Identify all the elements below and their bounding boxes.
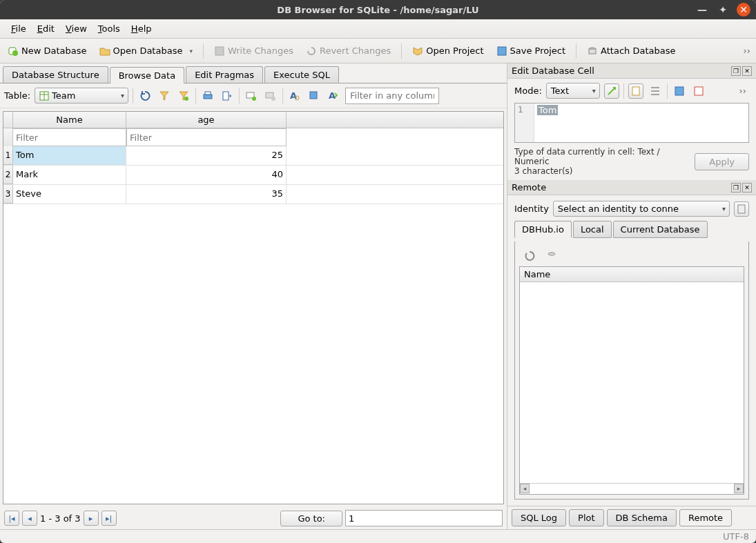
page-info: 1 - 3 of 3 [40, 513, 81, 524]
scrollbar[interactable] [530, 484, 734, 494]
funnel-plus-icon [178, 90, 189, 101]
column-filter-input[interactable] [126, 128, 287, 146]
refresh-icon [139, 90, 151, 101]
column-filter-input[interactable] [13, 128, 126, 146]
open-project-button[interactable]: Open Project [407, 42, 488, 60]
find-button[interactable]: A [287, 88, 302, 103]
svg-rect-11 [205, 92, 211, 95]
menu-help[interactable]: Help [126, 21, 157, 36]
new-database-button[interactable]: New Database [3, 42, 92, 60]
svg-rect-19 [310, 92, 317, 99]
save-icon [214, 46, 225, 57]
tab-plot[interactable]: Plot [569, 509, 604, 526]
identity-label: Identity [514, 204, 549, 214]
apply-button[interactable]: Apply [695, 153, 749, 170]
remote-download-button[interactable] [544, 248, 559, 264]
mode-select[interactable]: Text [546, 83, 600, 99]
filter-any-column-input[interactable] [345, 88, 439, 104]
toolbar-overflow-button[interactable]: ›› [741, 46, 753, 56]
tab-edit-pragmas[interactable]: Edit Pragmas [186, 66, 263, 83]
column-header[interactable]: age [126, 112, 287, 128]
null-icon [693, 86, 704, 97]
browse-toolbar: Table: Team A A [0, 83, 507, 108]
insert-record-button[interactable] [244, 88, 259, 103]
replace-button[interactable] [307, 88, 322, 103]
tab-database-structure[interactable]: Database Structure [3, 66, 108, 83]
column-header[interactable]: Name [13, 112, 126, 128]
chevron-down-icon[interactable]: ▾ [189, 48, 193, 55]
tab-sql-log[interactable]: SQL Log [512, 509, 566, 526]
minimize-icon[interactable]: — [695, 3, 709, 17]
replace-icon [309, 90, 320, 101]
null-button[interactable] [691, 83, 706, 99]
next-page-button[interactable]: ▸ [84, 511, 99, 526]
import-cell-button[interactable] [628, 83, 643, 99]
identity-settings-button[interactable] [734, 201, 749, 217]
identity-select[interactable]: Select an identity to conne [553, 201, 730, 217]
scroll-left-button[interactable]: ◂ [520, 484, 530, 493]
go-to-input[interactable] [345, 510, 503, 526]
svg-point-14 [252, 97, 256, 101]
column-header[interactable]: Name [520, 267, 744, 282]
svg-text:A: A [290, 90, 297, 101]
clear-filters-button[interactable] [157, 88, 172, 103]
status-bar: UTF-8 [0, 529, 756, 543]
svg-point-25 [548, 253, 555, 255]
go-to-button[interactable]: Go to: [280, 511, 342, 526]
magic-icon [606, 86, 617, 97]
editcell-overflow-button[interactable]: ›› [737, 86, 749, 96]
last-page-button[interactable]: ▸| [101, 511, 117, 526]
tab-local[interactable]: Local [573, 221, 612, 238]
maximize-icon[interactable]: ✦ [716, 3, 730, 17]
table-row[interactable]: 2 Mark 40 [3, 166, 503, 185]
refresh-button[interactable] [137, 88, 153, 103]
encoding-label: UTF-8 [723, 531, 749, 542]
menu-bar: File Edit View Tools Help [0, 19, 756, 39]
tab-remote[interactable]: Remote [679, 509, 732, 526]
conditional-format-button[interactable]: A [326, 88, 341, 103]
undock-icon[interactable]: ❐ [731, 183, 741, 192]
table-select[interactable]: Team [35, 88, 128, 103]
close-panel-icon[interactable]: ✕ [742, 183, 752, 192]
auto-format-button[interactable] [604, 83, 619, 99]
save-filter-button[interactable] [176, 88, 191, 103]
close-panel-icon[interactable]: ✕ [742, 66, 752, 76]
svg-point-1 [12, 50, 18, 56]
tab-execute-sql[interactable]: Execute SQL [264, 66, 339, 83]
menu-edit[interactable]: Edit [32, 21, 60, 36]
tab-db-schema[interactable]: DB Schema [607, 509, 677, 526]
undock-icon[interactable]: ❐ [731, 66, 741, 76]
main-toolbar: New Database Open Database ▾ Write Chang… [0, 39, 756, 63]
svg-point-9 [184, 97, 188, 101]
open-database-button[interactable]: Open Database ▾ [95, 42, 197, 60]
tab-dbhub[interactable]: DBHub.io [514, 221, 572, 238]
prev-page-button[interactable]: ◂ [22, 511, 37, 526]
table-row[interactable]: 1 Tom 25 [3, 146, 503, 166]
export-button[interactable] [220, 88, 235, 103]
menu-file[interactable]: File [6, 21, 32, 36]
edit-cell-header: Edit Database Cell ❐ ✕ [507, 63, 756, 79]
window-title: DB Browser for SQLite - /home/sagar/LU [277, 5, 478, 15]
close-icon[interactable]: ✕ [737, 3, 750, 17]
menu-tools[interactable]: Tools [93, 21, 126, 36]
format-icon: A [328, 90, 339, 101]
remote-refresh-button[interactable] [522, 248, 537, 264]
first-page-button[interactable]: |◂ [4, 511, 19, 526]
tab-current-database[interactable]: Current Database [613, 221, 708, 238]
find-icon: A [289, 90, 300, 101]
table-row[interactable]: 3 Steve 35 [3, 185, 503, 204]
indent-button[interactable] [648, 83, 663, 99]
menu-view[interactable]: View [60, 21, 93, 36]
export-cell-button[interactable] [672, 83, 687, 99]
remote-list[interactable]: Name ◂ ▸ [519, 266, 744, 495]
indent-icon [650, 86, 661, 97]
delete-record-button[interactable] [263, 88, 278, 103]
tab-browse-data[interactable]: Browse Data [110, 67, 185, 83]
data-grid[interactable]: Name age 1 Tom 25 2 Mark 40 [3, 111, 504, 504]
scroll-right-button[interactable]: ▸ [734, 484, 744, 493]
attach-database-button[interactable]: Attach Database [582, 42, 680, 60]
cell-editor[interactable]: 1 Tom [514, 103, 749, 143]
print-button[interactable] [200, 88, 215, 103]
save-project-button[interactable]: Save Project [492, 42, 571, 60]
svg-rect-21 [632, 87, 639, 95]
